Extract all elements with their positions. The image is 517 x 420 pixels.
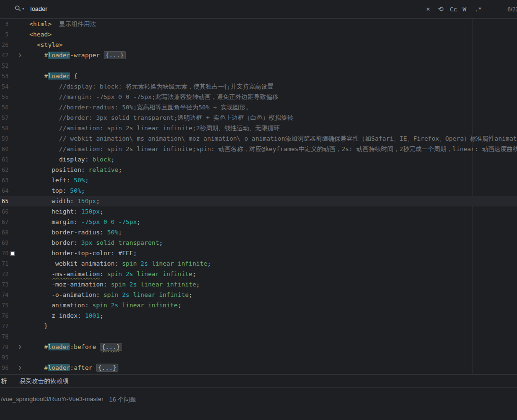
code-text: left: 50%; — [29, 175, 517, 186]
code-line[interactable]: 5<head> — [0, 29, 517, 40]
gutter: 66 — [0, 206, 29, 217]
code-line[interactable]: 54 //display: block: 将元素转换为块级元素，使其独占一行并支… — [0, 81, 517, 92]
code-text: <style> — [29, 40, 517, 50]
fold-column — [16, 206, 24, 217]
fold-column — [16, 144, 24, 154]
fold-column — [16, 113, 24, 123]
code-line[interactable]: 26 <style> — [0, 40, 517, 50]
code-line[interactable]: 76 z-index: 1001; — [0, 311, 517, 321]
code-token: 2s — [111, 302, 118, 309]
search-icon[interactable]: ▾ — [14, 5, 24, 12]
code-line[interactable]: 3<html> 显示组件用法 — [0, 19, 517, 29]
code-token: -wrapper — [70, 52, 100, 59]
code-token — [29, 166, 52, 173]
search-bar: ▾ loader × ⟲ Cc W .* 6/23 — [0, 0, 517, 19]
gutter: 59 — [0, 134, 29, 144]
code-token: -75px — [81, 218, 100, 225]
code-line[interactable]: 55 //margin: -75px 0 0 -75px;此写法兼容旋转动画，避… — [0, 92, 517, 102]
code-line[interactable]: 77 } — [0, 321, 517, 331]
fold-chevron-icon[interactable]: ❯ — [16, 363, 24, 373]
code-text: } — [29, 321, 517, 331]
whole-words-toggle[interactable]: W — [463, 6, 466, 13]
gutter-annotation — [9, 279, 16, 290]
fold-column — [16, 269, 24, 279]
tab-vulnerable-dependencies[interactable]: 易受攻击的依赖项 — [19, 377, 69, 385]
code-editor[interactable]: 3<html> 显示组件用法5<head>26 <style>42❯ #load… — [0, 19, 517, 374]
code-text: //animation: spin 2s linear infinite;spi… — [29, 144, 517, 154]
gutter-annotation — [9, 248, 16, 259]
code-line[interactable]: 63 left: 50%; — [0, 175, 517, 186]
regex-toggle[interactable]: .* — [474, 6, 482, 13]
code-token: 2s — [126, 270, 134, 277]
code-line[interactable]: 62 position: relative; — [0, 165, 517, 175]
newline-icon[interactable]: ⟲ — [438, 5, 444, 13]
code-line[interactable]: 53 #loader { — [0, 71, 517, 81]
code-text: #loader:before {...} — [29, 342, 517, 352]
code-line[interactable]: 52 — [0, 61, 517, 71]
code-line[interactable]: 61 display: block; — [0, 154, 517, 165]
code-line[interactable]: 69 border: 3px solid transparent; — [0, 238, 517, 248]
code-line[interactable]: 65 width: 150px; — [0, 196, 517, 206]
line-number: 57 — [0, 113, 9, 123]
code-line[interactable]: 72 -ms-animation: spin 2s linear infinit… — [0, 269, 517, 279]
line-number: 96 — [0, 363, 9, 373]
code-line[interactable]: 42❯ #loader-wrapper {...} — [0, 50, 517, 61]
code-text: margin: -75px 0 0 -75px; — [29, 217, 517, 227]
code-line[interactable]: 67 margin: -75px 0 0 -75px; — [0, 217, 517, 227]
code-token: //animation: spin 2s linear infinite;spi… — [29, 145, 517, 152]
code-token: infinite — [178, 260, 207, 267]
gutter-annotation — [9, 269, 16, 279]
code-line[interactable]: 57 //border: 3px solid transparent;透明边框 … — [0, 113, 517, 123]
code-token: left — [52, 177, 66, 184]
code-line[interactable]: 71 -webkit-animation: spin 2s linear inf… — [0, 259, 517, 269]
code-token: linear — [133, 291, 155, 298]
code-token: -75px — [118, 218, 137, 225]
color-preview-swatch[interactable] — [10, 251, 15, 256]
magnifier-icon — [14, 5, 22, 12]
code-line[interactable]: 59 //-webkit-animation\-ms-animation\-mo… — [0, 134, 517, 144]
code-token: :before — [70, 343, 96, 350]
code-token: -o-animation — [52, 291, 96, 298]
code-line[interactable]: 68 border-radius: 50%; — [0, 227, 517, 238]
line-number: 74 — [0, 290, 9, 300]
gutter-annotation — [9, 321, 16, 331]
code-line[interactable]: 78 — [0, 331, 517, 342]
line-number: 63 — [0, 175, 9, 186]
fold-chevron-icon[interactable]: ❯ — [16, 50, 24, 61]
code-line[interactable]: 60 //animation: spin 2s linear infinite;… — [0, 144, 517, 154]
code-token — [122, 270, 126, 277]
gutter: 78 — [0, 331, 29, 342]
code-line[interactable]: 96❯ #loader:after {...} — [0, 363, 517, 373]
gutter-annotation — [9, 175, 16, 186]
code-token: ; — [85, 177, 89, 184]
gutter-annotation — [9, 134, 16, 144]
code-line[interactable]: 56 //border-radius: 50%;宽高相等且圆角半径为50% → … — [0, 102, 517, 113]
gutter-annotation — [9, 81, 16, 92]
code-token: infinite — [159, 291, 189, 298]
code-line[interactable]: 95 — [0, 352, 517, 363]
code-token — [144, 302, 148, 309]
code-line[interactable]: 66 height: 150px; — [0, 206, 517, 217]
match-case-toggle[interactable]: Cc — [450, 6, 457, 13]
code-line[interactable]: 79❯ #loader:before {...} — [0, 342, 517, 352]
code-token: <style> — [37, 41, 63, 48]
line-number: 77 — [0, 321, 9, 331]
fold-column — [16, 300, 24, 311]
gutter-annotation — [9, 19, 16, 29]
clear-search-icon[interactable]: × — [426, 5, 430, 13]
code-line[interactable]: 74 -o-animation: spin 2s linear infinite… — [0, 290, 517, 300]
gutter-annotation — [9, 352, 16, 363]
search-input[interactable]: loader — [30, 5, 47, 12]
code-line[interactable]: 58 //animation: spin 2s linear infinite;… — [0, 123, 517, 134]
code-token — [174, 260, 178, 267]
code-line[interactable]: 75 animation: spin 2s linear infinite; — [0, 300, 517, 311]
code-line[interactable]: 73 -moz-animation: spin 2s linear infini… — [0, 279, 517, 290]
tab-analysis[interactable]: 析 — [1, 377, 7, 385]
code-token: {...} — [104, 51, 126, 59]
code-line[interactable]: 70 border-top-color: #FFF; — [0, 248, 517, 259]
search-history-chevron-icon: ▾ — [22, 7, 24, 11]
gutter-annotation — [9, 113, 16, 123]
code-line[interactable]: 64 top: 50%; — [0, 186, 517, 196]
fold-chevron-icon[interactable]: ❯ — [16, 342, 24, 352]
code-text: z-index: 1001; — [29, 311, 517, 321]
